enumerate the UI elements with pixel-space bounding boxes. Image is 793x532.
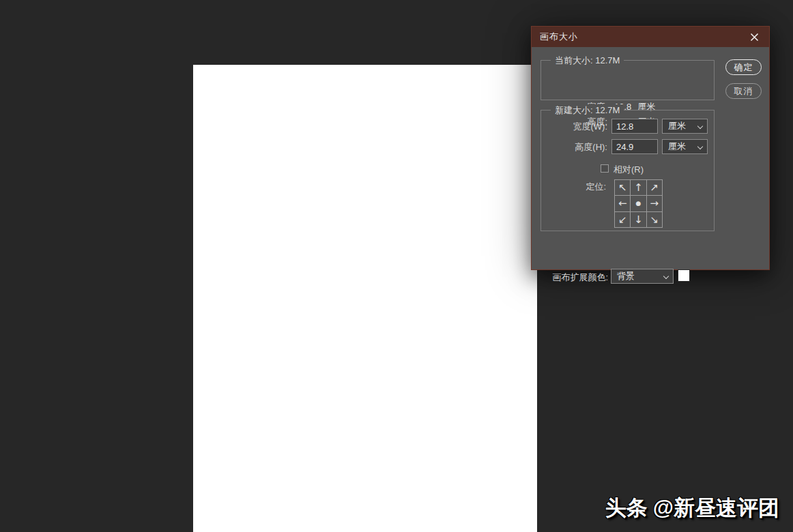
new-width-row: 宽度(W): 厘米 [541,119,714,134]
anchor-cell-left[interactable]: ← [615,196,631,211]
new-size-legend: 新建大小: 12.7M [551,104,624,117]
watermark-brand: 头条 [605,496,648,520]
relative-checkbox[interactable] [601,164,609,173]
new-width-label: 宽度(W): [541,121,607,133]
anchor-label: 定位: [541,181,606,193]
close-button[interactable] [747,30,761,44]
new-size-group: 新建大小: 12.7M 宽度(W): 厘米 高度(H): 厘米 相对(R) 定位… [540,110,715,231]
anchor-cell-top-left[interactable]: ↖ [615,180,631,196]
extension-color-label: 画布扩展颜色: [532,271,608,284]
anchor-cell-bottom-right[interactable]: ↘ [647,212,663,228]
chevron-down-icon [697,123,703,129]
height-unit-value: 厘米 [668,141,686,153]
width-unit-value: 厘米 [668,120,686,132]
anchor-cell-center[interactable]: ● [631,196,646,211]
anchor-grid: ↖ ↑ ↗ ← ● → ↙ ↓ ↘ [614,179,663,228]
watermark-handle: @新昼速评团 [653,496,779,520]
canvas-size-dialog: 画布大小 当前大小: 12.7M 宽度:12.8厘米 高度:24.9厘米 新建大… [531,26,770,270]
extension-color-value: 背景 [617,270,635,282]
width-input[interactable] [611,119,658,134]
cancel-button[interactable]: 取消 [725,83,762,99]
current-size-legend: 当前大小: 12.7M [551,55,624,67]
watermark: 头条@新昼速评团 [605,494,779,522]
height-unit-dropdown[interactable]: 厘米 [662,139,708,154]
extension-color-swatch[interactable] [678,269,690,282]
anchor-cell-right[interactable]: → [647,196,663,211]
document-canvas [193,65,537,532]
chevron-down-icon [697,144,703,149]
close-icon [750,33,759,42]
dialog-titlebar[interactable]: 画布大小 [532,27,769,47]
anchor-cell-bottom-left[interactable]: ↙ [615,212,631,228]
chevron-down-icon [663,274,669,279]
width-unit-dropdown[interactable]: 厘米 [662,119,708,134]
extension-color-row: 画布扩展颜色: 背景 [532,269,769,284]
dialog-title: 画布大小 [540,31,578,43]
anchor-cell-top-right[interactable]: ↗ [647,180,663,196]
extension-color-dropdown[interactable]: 背景 [611,269,674,284]
new-height-row: 高度(H): 厘米 [541,139,714,154]
relative-label: 相对(R) [614,164,644,176]
relative-row: 相对(R) [541,164,714,175]
new-height-label: 高度(H): [541,141,607,153]
anchor-cell-top[interactable]: ↑ [631,180,646,196]
ok-button[interactable]: 确定 [725,59,762,75]
anchor-cell-bottom[interactable]: ↓ [631,212,646,228]
current-size-group: 当前大小: 12.7M 宽度:12.8厘米 高度:24.9厘米 [540,60,715,100]
height-input[interactable] [611,139,658,154]
